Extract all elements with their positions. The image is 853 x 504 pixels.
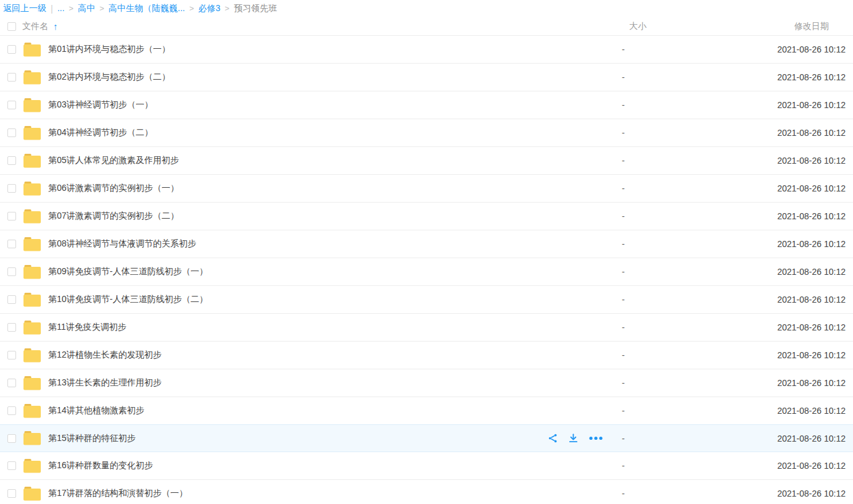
sort-ascending-icon[interactable]: ↑	[53, 22, 58, 31]
file-name[interactable]: 第17讲群落的结构和演替初步（一）	[48, 488, 617, 499]
breadcrumb-link[interactable]: 高中生物（陆巍巍...	[109, 3, 185, 13]
row-checkbox[interactable]	[7, 406, 16, 415]
file-name[interactable]: 第13讲生长素的生理作用初步	[48, 377, 617, 388]
folder-icon[interactable]	[23, 404, 41, 418]
file-row[interactable]: 第02讲内环境与稳态初步（二）	[0, 64, 853, 91]
file-modified-date: 2021-08-26 10:12	[722, 406, 846, 416]
file-row[interactable]: 第12讲植物生长素的发现初步	[0, 342, 853, 369]
folder-icon[interactable]	[23, 154, 41, 168]
folder-icon[interactable]	[23, 237, 41, 251]
file-size: -	[617, 100, 722, 110]
breadcrumb-current: 预习领先班	[234, 3, 277, 13]
file-row[interactable]: 第04讲神经调节初步（二）	[0, 119, 853, 147]
filename-header-label[interactable]: 文件名	[22, 21, 48, 32]
file-name[interactable]: 第06讲激素调节的实例初步（一）	[48, 183, 617, 194]
folder-icon[interactable]	[23, 209, 41, 224]
file-row[interactable]: 第13讲生长素的生理作用初步	[0, 369, 853, 397]
breadcrumb-link[interactable]: ...	[57, 3, 65, 13]
file-row[interactable]: 第05讲人体常见的激素及作用初步	[0, 147, 853, 175]
folder-icon[interactable]	[23, 293, 41, 307]
row-checkbox[interactable]	[7, 184, 16, 193]
folder-icon[interactable]	[23, 348, 41, 363]
folder-icon[interactable]	[23, 376, 41, 390]
breadcrumb-link[interactable]: 高中	[78, 3, 95, 13]
file-name[interactable]: 第04讲神经调节初步（二）	[48, 127, 617, 138]
file-name[interactable]: 第01讲内环境与稳态初步（一）	[48, 44, 617, 55]
file-row[interactable]: 第16讲种群数量的变化初步	[0, 452, 853, 480]
back-to-parent-link[interactable]: 返回上一级	[3, 3, 46, 14]
file-size: -	[617, 378, 722, 388]
row-checkbox[interactable]	[7, 128, 16, 137]
row-checkbox[interactable]	[7, 73, 16, 82]
row-checkbox[interactable]	[7, 461, 16, 470]
folder-icon[interactable]	[23, 321, 41, 335]
folder-icon[interactable]	[23, 126, 41, 140]
file-row[interactable]: 第11讲免疫失调初步	[0, 314, 853, 342]
file-name[interactable]: 第08讲神经调节与体液调节的关系初步	[48, 238, 617, 250]
file-row[interactable]: 第03讲神经调节初步（一）	[0, 91, 853, 119]
file-size: -	[617, 350, 722, 360]
row-checkbox[interactable]	[7, 489, 16, 498]
file-row[interactable]: 第07讲激素调节的实例初步（二）	[0, 203, 853, 230]
more-icon[interactable]	[588, 435, 603, 441]
file-size: -	[617, 211, 722, 221]
file-name[interactable]: 第15讲种群的特征初步	[48, 433, 548, 444]
file-modified-date: 2021-08-26 10:12	[722, 100, 846, 110]
file-name[interactable]: 第10讲免疫调节-人体三道防线初步（二）	[48, 294, 617, 305]
breadcrumb-separator: >	[189, 4, 194, 13]
row-hover-actions	[548, 433, 603, 443]
file-row[interactable]: 第09讲免疫调节-人体三道防线初步（一）	[0, 258, 853, 286]
download-icon[interactable]	[568, 433, 579, 443]
row-checkbox[interactable]	[7, 101, 16, 109]
row-checkbox[interactable]	[7, 267, 16, 276]
file-name[interactable]: 第09讲免疫调节-人体三道防线初步（一）	[48, 266, 617, 277]
file-row[interactable]: 第17讲群落的结构和演替初步（一）	[0, 480, 853, 504]
file-name[interactable]: 第05讲人体常见的激素及作用初步	[48, 155, 617, 166]
row-checkbox[interactable]	[7, 323, 16, 332]
row-checkbox[interactable]	[7, 156, 16, 165]
column-header-modified[interactable]: 修改日期	[722, 21, 846, 32]
folder-icon[interactable]	[23, 43, 41, 57]
folder-icon[interactable]	[23, 459, 41, 473]
folder-icon[interactable]	[23, 487, 41, 501]
file-row[interactable]: 第08讲神经调节与体液调节的关系初步	[0, 230, 853, 258]
file-name[interactable]: 第16讲种群数量的变化初步	[48, 460, 617, 471]
file-name[interactable]: 第11讲免疫失调初步	[48, 322, 617, 333]
folder-icon[interactable]	[23, 265, 41, 279]
file-row[interactable]: 第15讲种群的特征初步	[0, 424, 853, 452]
file-name[interactable]: 第14讲其他植物激素初步	[48, 405, 617, 416]
row-checkbox[interactable]	[7, 434, 16, 443]
folder-icon[interactable]	[23, 70, 41, 85]
file-name[interactable]: 第03讲神经调节初步（一）	[48, 99, 617, 111]
file-row[interactable]: 第06讲激素调节的实例初步（一）	[0, 175, 853, 203]
file-size: -	[617, 156, 722, 166]
column-header-size[interactable]: 大小	[617, 21, 722, 32]
file-size: -	[617, 461, 722, 471]
file-name[interactable]: 第02讲内环境与稳态初步（二）	[48, 72, 617, 83]
row-checkbox[interactable]	[7, 295, 16, 304]
file-modified-date: 2021-08-26 10:12	[722, 44, 846, 54]
file-row[interactable]: 第10讲免疫调节-人体三道防线初步（二）	[0, 286, 853, 314]
row-checkbox[interactable]	[7, 45, 16, 54]
file-size: -	[617, 128, 722, 138]
column-header-filename[interactable]: 文件名 ↑	[16, 21, 617, 32]
select-all-checkbox[interactable]	[7, 22, 16, 31]
file-row[interactable]: 第01讲内环境与稳态初步（一）	[0, 36, 853, 64]
file-modified-date: 2021-08-26 10:12	[722, 267, 846, 277]
row-checkbox[interactable]	[7, 240, 16, 248]
file-row[interactable]: 第14讲其他植物激素初步	[0, 397, 853, 425]
row-checkbox[interactable]	[7, 379, 16, 387]
folder-icon[interactable]	[23, 182, 41, 196]
row-checkbox[interactable]	[7, 351, 16, 359]
table-header: 文件名 ↑ 大小 修改日期	[0, 17, 853, 36]
file-size: -	[617, 322, 722, 332]
file-name[interactable]: 第07讲激素调节的实例初步（二）	[48, 211, 617, 222]
file-modified-date: 2021-08-26 10:12	[722, 489, 846, 498]
file-modified-date: 2021-08-26 10:12	[722, 239, 846, 249]
row-checkbox[interactable]	[7, 212, 16, 220]
file-name[interactable]: 第12讲植物生长素的发现初步	[48, 350, 617, 361]
breadcrumb-link[interactable]: 必修3	[198, 3, 221, 13]
share-icon[interactable]	[548, 433, 558, 443]
folder-icon[interactable]	[23, 431, 41, 445]
folder-icon[interactable]	[23, 98, 41, 112]
